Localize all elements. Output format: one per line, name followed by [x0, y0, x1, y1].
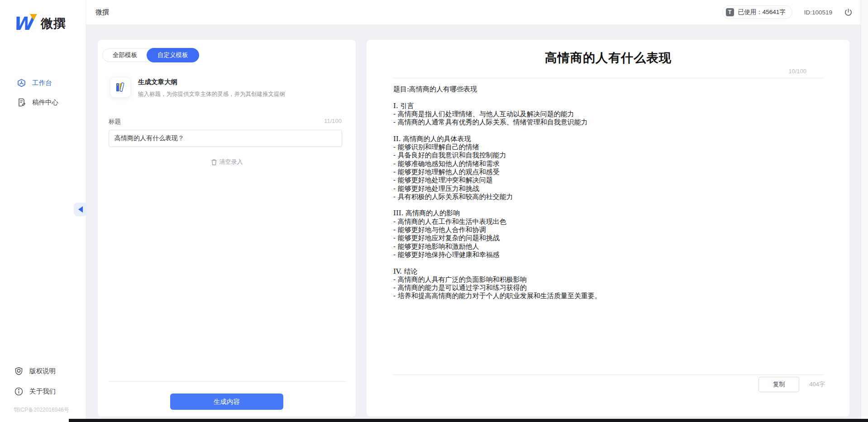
trash-icon	[211, 159, 217, 166]
usage-label: 已使用：45641字	[738, 8, 786, 16]
result-panel: 高情商的人有什么表现 10/100 题目:高情商的人有哪些表现 I. 引言 - …	[367, 40, 849, 417]
sidebar-item-label: 工作台	[32, 79, 52, 87]
title-char-counter: 11/100	[324, 118, 342, 124]
tab-all-templates[interactable]: 全部模板	[103, 48, 147, 62]
scrollbar[interactable]	[861, 0, 868, 422]
shield-copyright-icon	[14, 367, 23, 375]
sidebar-item-label: 版权说明	[29, 367, 56, 375]
template-card-description: 输入标题，为你提供文章主体的灵感，并为其创建推文提纲	[138, 90, 285, 98]
logo-w-icon: W	[13, 14, 36, 33]
copy-button[interactable]: 复制	[758, 377, 799, 392]
template-tabs: 全部模板 自定义模板	[102, 48, 199, 62]
logo-text: 微撰	[41, 15, 66, 32]
sidebar-item-label: 稿件中心	[32, 98, 58, 107]
article-title: 高情商的人有什么表现	[393, 50, 824, 66]
sidebar-item-workbench[interactable]: 工作台	[0, 73, 86, 93]
divider	[393, 78, 824, 78]
workbench-icon	[17, 79, 26, 87]
template-form-panel: 全部模板 自定义模板 生成文章大纲 输入标题，为你提供文章主体的灵感，并为其创建…	[98, 40, 356, 417]
logout-button[interactable]	[844, 8, 853, 17]
sidebar-menu: 工作台 稿件中心	[0, 73, 86, 112]
topbar: 微撰 T 已使用：45641字 ID:100519	[86, 0, 868, 25]
sidebar: W 微撰 工作台 稿件中心	[0, 0, 86, 422]
title-input[interactable]	[109, 130, 342, 147]
title-field-label: 标题	[109, 118, 121, 126]
article-title-counter: 10/100	[788, 68, 806, 75]
usage-badge[interactable]: T 已使用：45641字	[722, 5, 792, 19]
sidebar-item-drafts[interactable]: 稿件中心	[0, 93, 86, 112]
tab-custom-templates[interactable]: 自定义模板	[147, 48, 199, 62]
books-icon	[110, 77, 131, 98]
sidebar-item-copyright[interactable]: 版权说明	[0, 361, 86, 381]
template-card-title: 生成文章大纲	[138, 78, 285, 86]
text-count-icon: T	[726, 8, 734, 16]
icp-number: 鄂ICP备2022016946号	[0, 402, 86, 414]
info-icon	[14, 387, 23, 396]
power-icon	[844, 8, 853, 17]
divider	[393, 375, 824, 375]
template-card-outline[interactable]: 生成文章大纲 输入标题，为你提供文章主体的灵感，并为其创建推文提纲	[110, 77, 285, 98]
taskbar-edge	[69, 419, 868, 422]
sidebar-collapse-button[interactable]	[74, 203, 87, 216]
clear-input-button[interactable]: 清空录入	[98, 158, 356, 166]
divider	[109, 381, 346, 382]
clear-input-label: 清空录入	[219, 158, 243, 166]
word-count: 404字	[809, 380, 825, 389]
document-edit-icon	[17, 98, 26, 107]
app-logo[interactable]: W 微撰	[13, 14, 66, 33]
topbar-title: 微撰	[95, 8, 109, 17]
chevron-left-icon	[78, 206, 83, 213]
article-outline-text[interactable]: 题目:高情商的人有哪些表现 I. 引言 - 高情商是指人们处理情绪、与他人互动以…	[393, 85, 824, 300]
user-id: ID:100519	[804, 9, 832, 16]
sidebar-footer: 版权说明 关于我们 鄂ICP备2022016946号	[0, 361, 86, 414]
generate-content-button[interactable]: 生成内容	[170, 394, 283, 410]
sidebar-item-label: 关于我们	[29, 387, 56, 396]
sidebar-item-about[interactable]: 关于我们	[0, 381, 86, 402]
